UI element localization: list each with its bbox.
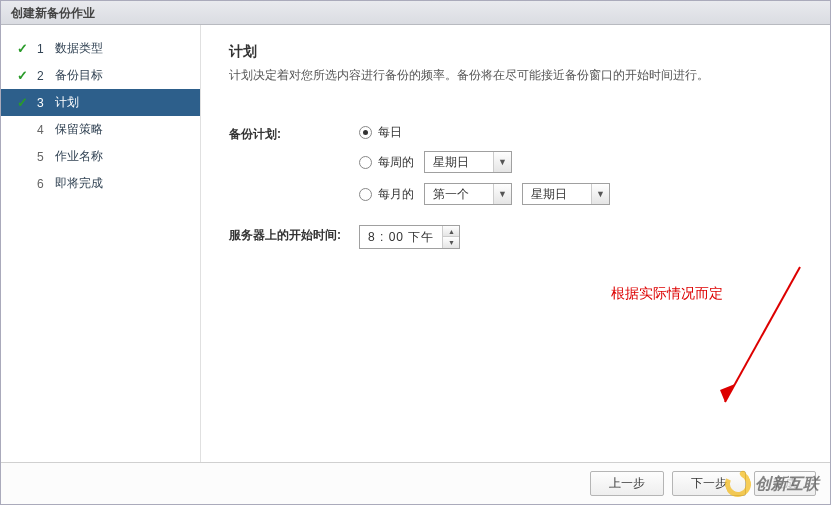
schedule-label: 备份计划: — [229, 124, 359, 143]
radio-weekly-label: 每周的 — [378, 154, 414, 171]
radio-daily-label: 每日 — [378, 124, 402, 141]
monthly-day-select[interactable]: 星期日 ▼ — [522, 183, 610, 205]
spinner-down-icon[interactable]: ▼ — [443, 237, 459, 248]
annotation-note: 根据实际情况而定 — [611, 285, 723, 303]
wizard-steps: ✓ 1 数据类型 ✓ 2 备份目标 ✓ 3 计划 4 保留策略 5 — [1, 25, 201, 462]
monthly-pos-select[interactable]: 第一个 ▼ — [424, 183, 512, 205]
radio-weekly[interactable] — [359, 156, 372, 169]
step-backup-target[interactable]: ✓ 2 备份目标 — [1, 62, 200, 89]
check-icon: ✓ — [17, 41, 31, 56]
check-icon: ✓ — [17, 95, 31, 110]
radio-daily[interactable] — [359, 126, 372, 139]
step-schedule[interactable]: ✓ 3 计划 — [1, 89, 200, 116]
check-icon: ✓ — [17, 68, 31, 83]
start-time-label: 服务器上的开始时间: — [229, 225, 359, 244]
svg-line-0 — [725, 267, 800, 402]
prev-button[interactable]: 上一步 — [590, 471, 664, 496]
page-description: 计划决定着对您所选内容进行备份的频率。备份将在尽可能接近备份窗口的开始时间进行。 — [229, 67, 802, 84]
radio-monthly[interactable] — [359, 188, 372, 201]
chevron-down-icon: ▼ — [591, 184, 609, 204]
step-job-name[interactable]: 5 作业名称 — [1, 143, 200, 170]
step-finish[interactable]: 6 即将完成 — [1, 170, 200, 197]
next-button[interactable]: 下一步 — [672, 471, 746, 496]
weekly-day-select[interactable]: 星期日 ▼ — [424, 151, 512, 173]
wizard-footer: 上一步 下一步 完成 — [1, 462, 830, 504]
page-heading: 计划 — [229, 43, 802, 61]
chevron-down-icon: ▼ — [493, 152, 511, 172]
window-title: 创建新备份作业 — [1, 1, 830, 25]
svg-marker-1 — [720, 384, 735, 402]
step-data-type[interactable]: ✓ 1 数据类型 — [1, 35, 200, 62]
start-time-input[interactable]: 8 : 00 下午 ▲ ▼ — [359, 225, 460, 249]
radio-monthly-label: 每月的 — [378, 186, 414, 203]
step-retention[interactable]: 4 保留策略 — [1, 116, 200, 143]
finish-button: 完成 — [754, 471, 816, 496]
chevron-down-icon: ▼ — [493, 184, 511, 204]
spinner-up-icon[interactable]: ▲ — [443, 226, 459, 237]
